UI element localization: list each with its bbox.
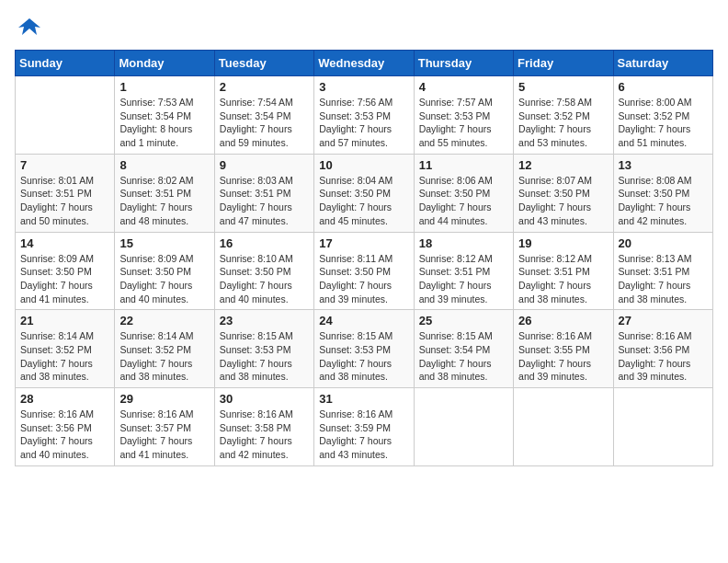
day-info: Sunrise: 8:12 AM Sunset: 3:51 PM Dayligh…: [419, 252, 508, 306]
day-info: Sunrise: 7:53 AM Sunset: 3:54 PM Dayligh…: [119, 96, 209, 150]
day-number: 16: [220, 236, 309, 250]
day-info: Sunrise: 8:16 AM Sunset: 3:55 PM Dayligh…: [518, 329, 608, 384]
day-info: Sunrise: 8:08 AM Sunset: 3:50 PM Dayligh…: [619, 174, 708, 228]
calendar-cell: [414, 388, 513, 466]
day-info: Sunrise: 8:11 AM Sunset: 3:50 PM Dayligh…: [319, 252, 408, 306]
calendar-cell: 22Sunrise: 8:14 AM Sunset: 3:52 PM Dayli…: [115, 310, 214, 388]
calendar-cell: 14Sunrise: 8:09 AM Sunset: 3:50 PM Dayli…: [16, 232, 115, 310]
day-info: Sunrise: 8:00 AM Sunset: 3:52 PM Dayligh…: [619, 96, 708, 150]
day-info: Sunrise: 7:54 AM Sunset: 3:54 PM Dayligh…: [220, 96, 309, 150]
day-info: Sunrise: 8:14 AM Sunset: 3:52 PM Dayligh…: [119, 329, 209, 384]
day-info: Sunrise: 8:16 AM Sunset: 3:57 PM Dayligh…: [119, 408, 209, 462]
logo-bird-icon: [17, 15, 42, 40]
logo: [15, 15, 42, 40]
calendar-cell: 15Sunrise: 8:09 AM Sunset: 3:50 PM Dayli…: [115, 232, 214, 310]
calendar-cell: 24Sunrise: 8:15 AM Sunset: 3:53 PM Dayli…: [314, 310, 414, 388]
day-number: 31: [319, 392, 408, 406]
calendar-cell: 17Sunrise: 8:11 AM Sunset: 3:50 PM Dayli…: [314, 232, 414, 310]
day-info: Sunrise: 8:09 AM Sunset: 3:50 PM Dayligh…: [20, 252, 109, 306]
calendar-week-row: 1Sunrise: 7:53 AM Sunset: 3:54 PM Daylig…: [16, 76, 713, 155]
day-number: 4: [419, 80, 508, 94]
day-info: Sunrise: 8:12 AM Sunset: 3:51 PM Dayligh…: [518, 252, 608, 306]
day-number: 29: [119, 392, 209, 406]
day-number: 19: [518, 236, 608, 250]
day-of-week-header: Monday: [115, 51, 214, 76]
day-info: Sunrise: 8:13 AM Sunset: 3:51 PM Dayligh…: [619, 252, 708, 306]
calendar-cell: [613, 388, 712, 466]
day-info: Sunrise: 8:03 AM Sunset: 3:51 PM Dayligh…: [220, 174, 309, 228]
day-of-week-header: Wednesday: [314, 51, 414, 76]
day-info: Sunrise: 8:10 AM Sunset: 3:50 PM Dayligh…: [220, 252, 309, 306]
calendar-table: SundayMondayTuesdayWednesdayThursdayFrid…: [15, 50, 713, 466]
day-number: 14: [20, 236, 109, 250]
day-number: 20: [619, 236, 708, 250]
calendar-week-row: 14Sunrise: 8:09 AM Sunset: 3:50 PM Dayli…: [16, 232, 713, 310]
day-number: 28: [20, 392, 109, 406]
day-info: Sunrise: 8:16 AM Sunset: 3:56 PM Dayligh…: [20, 408, 109, 462]
calendar-cell: 8Sunrise: 8:02 AM Sunset: 3:51 PM Daylig…: [115, 154, 214, 232]
calendar-cell: 16Sunrise: 8:10 AM Sunset: 3:50 PM Dayli…: [214, 232, 313, 310]
day-of-week-header: Saturday: [613, 51, 712, 76]
day-info: Sunrise: 8:02 AM Sunset: 3:51 PM Dayligh…: [119, 174, 209, 228]
calendar-cell: 6Sunrise: 8:00 AM Sunset: 3:52 PM Daylig…: [613, 76, 712, 155]
day-info: Sunrise: 7:56 AM Sunset: 3:53 PM Dayligh…: [319, 96, 408, 150]
day-info: Sunrise: 8:16 AM Sunset: 3:58 PM Dayligh…: [220, 408, 309, 462]
day-number: 1: [119, 80, 209, 94]
calendar-cell: 4Sunrise: 7:57 AM Sunset: 3:53 PM Daylig…: [414, 76, 513, 155]
calendar-cell: [514, 388, 613, 466]
day-info: Sunrise: 8:16 AM Sunset: 3:59 PM Dayligh…: [319, 408, 408, 462]
day-number: 22: [119, 314, 209, 327]
page-header: [15, 15, 713, 40]
calendar-cell: 25Sunrise: 8:15 AM Sunset: 3:54 PM Dayli…: [414, 310, 513, 388]
calendar-cell: 7Sunrise: 8:01 AM Sunset: 3:51 PM Daylig…: [16, 154, 115, 232]
day-info: Sunrise: 8:01 AM Sunset: 3:51 PM Dayligh…: [20, 174, 109, 228]
calendar-cell: 18Sunrise: 8:12 AM Sunset: 3:51 PM Dayli…: [414, 232, 513, 310]
calendar-cell: 20Sunrise: 8:13 AM Sunset: 3:51 PM Dayli…: [613, 232, 712, 310]
calendar-cell: 10Sunrise: 8:04 AM Sunset: 3:50 PM Dayli…: [314, 154, 414, 232]
calendar-cell: 1Sunrise: 7:53 AM Sunset: 3:54 PM Daylig…: [115, 76, 214, 155]
svg-marker-0: [18, 18, 40, 35]
calendar-header-row: SundayMondayTuesdayWednesdayThursdayFrid…: [16, 51, 713, 76]
day-number: 5: [518, 80, 608, 94]
day-info: Sunrise: 8:14 AM Sunset: 3:52 PM Dayligh…: [20, 329, 109, 384]
calendar-cell: 3Sunrise: 7:56 AM Sunset: 3:53 PM Daylig…: [314, 76, 414, 155]
calendar-cell: 19Sunrise: 8:12 AM Sunset: 3:51 PM Dayli…: [514, 232, 613, 310]
calendar-cell: 30Sunrise: 8:16 AM Sunset: 3:58 PM Dayli…: [214, 388, 313, 466]
calendar-week-row: 7Sunrise: 8:01 AM Sunset: 3:51 PM Daylig…: [16, 154, 713, 232]
calendar-cell: 12Sunrise: 8:07 AM Sunset: 3:50 PM Dayli…: [514, 154, 613, 232]
day-number: 9: [220, 158, 309, 172]
day-number: 27: [619, 314, 708, 327]
calendar-cell: 21Sunrise: 8:14 AM Sunset: 3:52 PM Dayli…: [16, 310, 115, 388]
day-of-week-header: Thursday: [414, 51, 513, 76]
day-number: 25: [419, 314, 508, 327]
calendar-week-row: 28Sunrise: 8:16 AM Sunset: 3:56 PM Dayli…: [16, 388, 713, 466]
day-number: 2: [220, 80, 309, 94]
day-info: Sunrise: 8:15 AM Sunset: 3:54 PM Dayligh…: [419, 329, 508, 384]
day-number: 24: [319, 314, 408, 327]
day-info: Sunrise: 8:15 AM Sunset: 3:53 PM Dayligh…: [319, 329, 408, 384]
day-info: Sunrise: 8:09 AM Sunset: 3:50 PM Dayligh…: [119, 252, 209, 306]
day-number: 13: [619, 158, 708, 172]
day-number: 26: [518, 314, 608, 327]
day-info: Sunrise: 8:15 AM Sunset: 3:53 PM Dayligh…: [220, 329, 309, 384]
day-info: Sunrise: 7:57 AM Sunset: 3:53 PM Dayligh…: [419, 96, 508, 150]
day-info: Sunrise: 8:16 AM Sunset: 3:56 PM Dayligh…: [619, 329, 708, 384]
calendar-cell: [16, 76, 115, 155]
day-info: Sunrise: 8:04 AM Sunset: 3:50 PM Dayligh…: [319, 174, 408, 228]
calendar-cell: 11Sunrise: 8:06 AM Sunset: 3:50 PM Dayli…: [414, 154, 513, 232]
day-number: 18: [419, 236, 508, 250]
day-number: 21: [20, 314, 109, 327]
calendar-cell: 5Sunrise: 7:58 AM Sunset: 3:52 PM Daylig…: [514, 76, 613, 155]
day-number: 6: [619, 80, 708, 94]
calendar-cell: 28Sunrise: 8:16 AM Sunset: 3:56 PM Dayli…: [16, 388, 115, 466]
day-number: 7: [20, 158, 109, 172]
calendar-cell: 2Sunrise: 7:54 AM Sunset: 3:54 PM Daylig…: [214, 76, 313, 155]
day-number: 15: [119, 236, 209, 250]
day-of-week-header: Sunday: [16, 51, 115, 76]
calendar-cell: 23Sunrise: 8:15 AM Sunset: 3:53 PM Dayli…: [214, 310, 313, 388]
day-of-week-header: Friday: [514, 51, 613, 76]
day-info: Sunrise: 7:58 AM Sunset: 3:52 PM Dayligh…: [518, 96, 608, 150]
calendar-cell: 29Sunrise: 8:16 AM Sunset: 3:57 PM Dayli…: [115, 388, 214, 466]
day-number: 11: [419, 158, 508, 172]
day-number: 3: [319, 80, 408, 94]
